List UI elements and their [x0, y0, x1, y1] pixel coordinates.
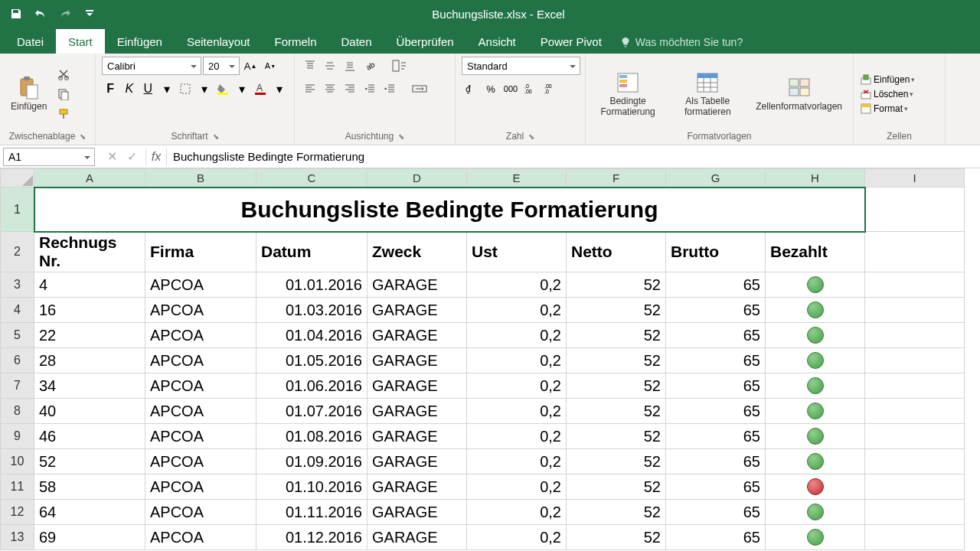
paste-button[interactable]: Einfügen: [6, 74, 51, 113]
borders-button[interactable]: [177, 80, 194, 98]
align-left-button[interactable]: [301, 80, 319, 98]
tab-home[interactable]: Start: [56, 29, 105, 54]
cell[interactable]: 28: [34, 348, 145, 373]
cell[interactable]: 65: [666, 298, 766, 323]
cell[interactable]: GARAGE: [368, 424, 467, 449]
percent-button[interactable]: %: [482, 80, 500, 98]
cell[interactable]: 52: [567, 500, 666, 525]
row-header-10[interactable]: 10: [1, 449, 34, 474]
col-header-E[interactable]: E: [467, 169, 567, 187]
row-header-6[interactable]: 6: [1, 348, 34, 373]
cell[interactable]: GARAGE: [368, 500, 467, 525]
cell[interactable]: Datum: [256, 232, 368, 272]
tab-view[interactable]: Ansicht: [466, 29, 528, 54]
cell[interactable]: APCOA: [145, 500, 256, 525]
cell[interactable]: 64: [34, 500, 145, 525]
cell[interactable]: 0,2: [467, 525, 567, 550]
worksheet-grid[interactable]: A B C D E F G H I 1 Buchungsliste Beding…: [0, 168, 980, 550]
delete-cells-button[interactable]: Löschen ▾: [860, 88, 915, 100]
cell[interactable]: GARAGE: [368, 373, 467, 399]
name-box[interactable]: A1: [3, 148, 95, 166]
cell[interactable]: 40: [34, 399, 145, 424]
cell[interactable]: 01.12.2016: [256, 525, 368, 550]
cell[interactable]: 0,2: [467, 449, 567, 474]
qat-customize-button[interactable]: [80, 4, 100, 24]
copy-button[interactable]: [54, 85, 73, 103]
col-header-G[interactable]: G: [666, 169, 766, 187]
cell[interactable]: [865, 232, 965, 272]
font-color-button[interactable]: A: [252, 80, 270, 98]
formula-input[interactable]: Buchungsliste Bedingte Formatierung: [167, 148, 980, 166]
cell[interactable]: 52: [567, 399, 666, 424]
cell[interactable]: APCOA: [145, 348, 256, 373]
cell[interactable]: 0,2: [467, 424, 567, 449]
col-header-C[interactable]: C: [256, 169, 368, 187]
align-top-button[interactable]: [301, 57, 319, 75]
col-header-F[interactable]: F: [567, 169, 666, 187]
cell-paid-status[interactable]: [766, 298, 865, 323]
underline-button[interactable]: U: [139, 80, 157, 98]
cell[interactable]: 52: [34, 449, 145, 474]
cell[interactable]: GARAGE: [368, 525, 467, 550]
cell[interactable]: 0,2: [467, 399, 567, 424]
cell[interactable]: 0,2: [467, 272, 567, 298]
cell[interactable]: 52: [567, 474, 666, 500]
cell[interactable]: GARAGE: [368, 323, 467, 348]
wrap-text-button[interactable]: [387, 57, 413, 75]
cell[interactable]: 58: [34, 474, 145, 500]
orientation-button[interactable]: ab: [361, 57, 379, 75]
cell[interactable]: APCOA: [145, 399, 256, 424]
cell[interactable]: Rechnugs Nr.: [34, 232, 145, 272]
insert-function-button[interactable]: fx: [145, 148, 167, 166]
cell[interactable]: 22: [34, 323, 145, 348]
cell[interactable]: GARAGE: [368, 399, 467, 424]
format-as-table-button[interactable]: Als Tabelle formatieren: [671, 69, 743, 118]
col-header-D[interactable]: D: [368, 169, 467, 187]
cell[interactable]: APCOA: [145, 525, 256, 550]
cell[interactable]: [865, 348, 965, 373]
decrease-font-button[interactable]: A▼: [261, 57, 279, 75]
undo-button[interactable]: [31, 4, 51, 24]
underline-dropdown[interactable]: ▾: [158, 80, 176, 98]
cell[interactable]: GARAGE: [368, 272, 467, 298]
cell[interactable]: 65: [666, 399, 766, 424]
clipboard-launcher[interactable]: ⬊: [80, 132, 86, 141]
cell[interactable]: 34: [34, 373, 145, 399]
increase-font-button[interactable]: A▲: [241, 57, 260, 75]
cell-styles-button[interactable]: Zellenformatvorlagen: [751, 74, 847, 113]
cell-paid-status[interactable]: [766, 348, 865, 373]
col-header-I[interactable]: I: [865, 169, 965, 187]
cut-button[interactable]: [54, 65, 73, 83]
font-name-select[interactable]: Calibri: [102, 57, 201, 75]
cell-paid-status[interactable]: [766, 500, 865, 525]
redo-button[interactable]: [55, 4, 75, 24]
cell[interactable]: Brutto: [666, 232, 766, 272]
row-header-9[interactable]: 9: [1, 424, 34, 449]
accounting-button[interactable]: ₫: [462, 80, 480, 98]
row-header-2[interactable]: 2: [1, 232, 34, 272]
cell[interactable]: [865, 525, 965, 550]
cell[interactable]: [865, 500, 965, 525]
cell[interactable]: APCOA: [145, 474, 256, 500]
row-header-5[interactable]: 5: [1, 323, 34, 348]
conditional-formatting-button[interactable]: Bedingte Formatierung: [592, 69, 664, 118]
align-middle-button[interactable]: [321, 57, 339, 75]
cell-paid-status[interactable]: [766, 373, 865, 399]
font-size-select[interactable]: 20: [203, 57, 240, 75]
number-launcher[interactable]: ⬊: [528, 132, 534, 141]
cell[interactable]: Zweck: [368, 232, 467, 272]
cell[interactable]: 69: [34, 525, 145, 550]
cell[interactable]: 0,2: [467, 298, 567, 323]
cell[interactable]: 4: [34, 272, 145, 298]
cell[interactable]: 52: [567, 323, 666, 348]
cell-paid-status[interactable]: [766, 474, 865, 500]
cell[interactable]: [865, 399, 965, 424]
cell[interactable]: 52: [567, 298, 666, 323]
row-header-11[interactable]: 11: [1, 474, 34, 500]
increase-decimal-button[interactable]: ,0,00: [521, 80, 540, 98]
align-right-button[interactable]: [341, 80, 359, 98]
cell[interactable]: 65: [666, 500, 766, 525]
cell[interactable]: 01.09.2016: [256, 449, 368, 474]
tab-file[interactable]: Datei: [5, 29, 56, 54]
row-header-3[interactable]: 3: [1, 272, 34, 298]
